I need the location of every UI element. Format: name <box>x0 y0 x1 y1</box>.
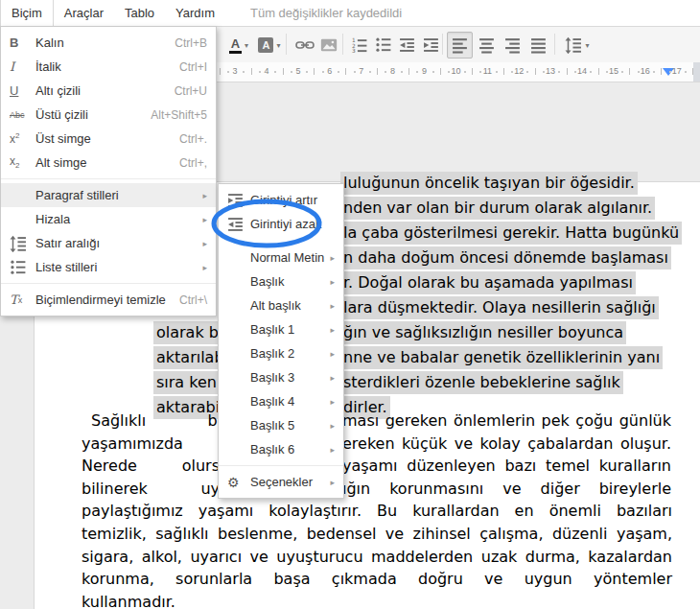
selected-line-right[interactable]: r. Doğal olarak bu aşamada yapılması <box>340 272 636 293</box>
chevron-down-icon: ▾ <box>276 41 280 50</box>
submenu-arrow-icon: ▸ <box>330 349 335 359</box>
paragraph-line[interactable]: paylaştığımız yaşamı kolaylaştırır. Bu k… <box>82 501 672 522</box>
align-right-button[interactable] <box>500 32 525 59</box>
menu-item-shortcut: Ctrl+. <box>179 132 207 146</box>
selected-line-right[interactable]: nne ve babalar genetik özelliklerinin ya… <box>340 347 663 368</box>
submenu-arrow-icon: ▸ <box>330 253 335 263</box>
ruler-tick <box>598 68 599 75</box>
menu-yardım[interactable]: Yardım <box>165 0 225 26</box>
selected-line-right[interactable]: n daha doğum öncesi dönemde başlaması <box>340 247 671 269</box>
menu-item-başlık-2[interactable]: Başlık 2▸ <box>219 341 343 365</box>
selected-line-right[interactable]: nden var olan bir durum olarak algılanır… <box>340 198 655 219</box>
indent-increase-button[interactable] <box>419 32 444 59</box>
menu-item-label: Kalın <box>35 35 175 50</box>
bulleted-list-button[interactable] <box>371 32 396 59</box>
menu-item-satır-aralığı[interactable]: Satır aralığı▸ <box>1 231 216 255</box>
selected-text: nne ve babalar genetik özelliklerinin ya… <box>340 346 663 369</box>
align-center-button[interactable] <box>474 32 500 59</box>
menu-item-başlık[interactable]: Başlık▸ <box>219 269 343 293</box>
menu-item-seçenekler[interactable]: ⚙Seçenekler▸ <box>219 470 343 494</box>
ruler-tick <box>661 68 662 75</box>
selected-line-left[interactable]: sıra ken <box>153 372 220 393</box>
menu-item-üst-simge[interactable]: x2Üst simgeCtrl+. <box>1 127 216 151</box>
paragraph-line-right[interactable]: ığın korunmasını ve diğer bireylerle <box>342 479 671 500</box>
ruler-dot <box>338 71 339 73</box>
insert-image-button[interactable] <box>316 32 341 59</box>
indent-decrease-button[interactable] <box>395 32 420 59</box>
ruler-number: 8 <box>390 66 395 76</box>
line-spacing-button[interactable]: ▾ <box>560 32 595 59</box>
chevron-down-icon: ▾ <box>585 41 589 50</box>
paragraph-line-left[interactable]: Nerede olurs <box>82 456 220 477</box>
paragraph-line-left[interactable]: yaşamımızda <box>82 433 220 455</box>
menu-item-üstü-çizili[interactable]: AbcÜstü çiziliAlt+Shift+5 <box>1 103 216 127</box>
submenu-arrow-icon: ▸ <box>330 373 335 383</box>
save-status: Tüm değişiklikler kaydedildi <box>250 0 402 26</box>
numbered-list-button[interactable]: 123 <box>347 32 372 59</box>
menu-separator <box>1 283 216 284</box>
paragraph-line[interactable]: sigara, alkol, uyarıcı ve uyuşturucu mad… <box>82 547 672 568</box>
paragraph-line-right[interactable]: ereken küçük ve kolay çabalardan oluşur. <box>342 433 671 455</box>
menu-item-i̇talik[interactable]: IİtalikCtrl+I <box>1 55 216 79</box>
menu-araçlar[interactable]: Araçlar <box>54 0 114 26</box>
ruler-dot <box>448 71 450 73</box>
selected-text: aktarılab <box>153 346 227 369</box>
menu-item-label: Altı çizili <box>35 83 175 98</box>
menu-item-başlık-3[interactable]: Başlık 3▸ <box>219 365 343 389</box>
text-color-button[interactable]: A▾ <box>224 32 253 59</box>
paragraph-line-right[interactable]: ması gereken önlemlerin pek çoğu günlük <box>342 410 671 432</box>
menu-item-kalın[interactable]: BKalınCtrl+B <box>1 31 216 55</box>
align-justify-button[interactable] <box>525 32 551 59</box>
paragraph-line[interactable]: korunma, sorunlarla başa çıkmada doğru v… <box>82 569 672 590</box>
menu-item-alt-başlık[interactable]: Alt başlık▸ <box>219 293 343 317</box>
selected-line-left[interactable]: olarak b <box>153 322 222 343</box>
align-left-button[interactable] <box>447 32 473 59</box>
menu-item-liste-stilleri[interactable]: Liste stilleri▸ <box>1 255 216 279</box>
paragraph-line-left[interactable]: Sağlıklı bi <box>91 410 222 432</box>
ruler-dot <box>621 71 623 73</box>
selected-line-right[interactable]: la çaba gösterilmesi gerekir. Hatta bugü… <box>340 223 682 244</box>
paragraph-line-left[interactable]: bilinerek uy <box>82 479 220 500</box>
paragraph-styles-submenu: Girintiyi artır Girintiyi azaltNormal Me… <box>218 183 344 499</box>
menu-item-label: Başlık 5 <box>250 418 330 433</box>
ruler-tick <box>345 68 346 75</box>
paragraph-line-right[interactable]: yaşamı düzenleyen bazı temel kuralların <box>342 456 671 477</box>
selected-line-right[interactable]: luluğunun öncelik taşıyan bir öğesidir. <box>340 173 638 194</box>
text-color-icon: A <box>229 37 242 54</box>
paragraph-line[interactable]: temizlik, sağlıklı beslenme, bedensel ve… <box>82 524 672 545</box>
menu-item-girintiyi-azalt[interactable]: Girintiyi azalt <box>219 212 343 236</box>
menu-item-shortcut: Ctrl+U <box>175 84 207 98</box>
indent-decrease-icon <box>227 216 250 233</box>
bulleted-list-icon <box>375 36 392 54</box>
menu-item-biçimlendirmeyi-temizle[interactable]: TxBiçimlendirmeyi temizleCtrl+\ <box>1 288 216 312</box>
align-left-icon <box>452 36 469 54</box>
menu-item-başlık-5[interactable]: Başlık 5▸ <box>219 413 343 437</box>
highlight-color-icon: A <box>258 37 273 53</box>
menu-tablo[interactable]: Tablo <box>114 0 165 26</box>
menu-item-başlık-1[interactable]: Başlık 1▸ <box>219 317 343 341</box>
ruler-tick <box>440 68 441 75</box>
menu-item-normal-metin[interactable]: Normal Metin▸ <box>219 246 343 269</box>
selected-line-left[interactable]: aktarılab <box>153 347 227 368</box>
paragraph-line[interactable]: kullanmadır. <box>82 592 672 609</box>
selected-line-right[interactable]: sterdikleri özenle bebeklerine sağlık <box>340 372 623 393</box>
menu-biçim[interactable]: Biçim <box>0 0 54 26</box>
selected-text: lara düşmektedir. Olaya nesillerin sağlı… <box>340 296 659 319</box>
menu-item-paragraf-stilleri[interactable]: Paragraf stilleri▸ <box>1 183 216 207</box>
menu-item-başlık-6[interactable]: Başlık 6▸ <box>219 437 343 461</box>
menu-item-label: Başlık 3 <box>250 370 330 385</box>
selected-line-right[interactable]: ğın ve sağlıksızlığın nesiller boyunca <box>340 322 626 343</box>
link-button[interactable] <box>292 32 318 59</box>
selected-line-right[interactable]: lara düşmektedir. Olaya nesillerin sağlı… <box>340 297 659 318</box>
menu-item-hizala[interactable]: Hizala▸ <box>1 207 216 231</box>
ruler-number: 16 <box>641 66 650 76</box>
menu-item-girintiyi-artır[interactable]: Girintiyi artır <box>219 188 343 212</box>
align-right-icon <box>504 36 522 54</box>
menu-item-label: İtalik <box>35 59 179 74</box>
highlight-color-button[interactable]: A▾ <box>255 32 284 59</box>
ruler-number: 15 <box>609 66 618 76</box>
menu-item-alt-simge[interactable]: x2Alt simgeCtrl+, <box>1 151 216 175</box>
ruler-dot <box>464 71 466 73</box>
menu-item-başlık-4[interactable]: Başlık 4▸ <box>219 389 343 413</box>
menu-item-altı-çizili[interactable]: UAltı çiziliCtrl+U <box>1 79 216 103</box>
